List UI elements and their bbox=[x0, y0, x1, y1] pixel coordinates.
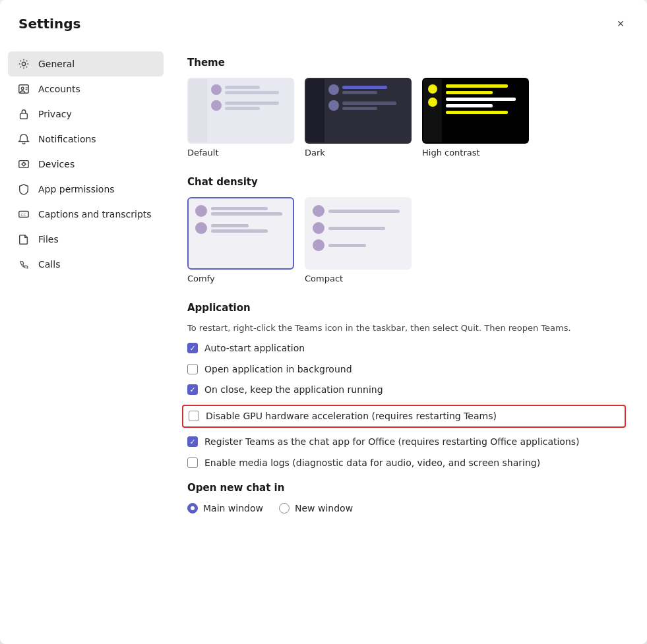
preview-dark-avatar bbox=[328, 84, 339, 95]
sidebar-item-devices[interactable]: Devices bbox=[8, 152, 164, 177]
density-line bbox=[211, 212, 282, 216]
radio-new-window[interactable]: New window bbox=[279, 503, 353, 513]
preview-line bbox=[225, 91, 279, 94]
checkbox-keep-running-input[interactable] bbox=[187, 384, 198, 395]
theme-label-default: Default bbox=[187, 148, 219, 158]
sidebar-item-calls[interactable]: Calls bbox=[8, 252, 164, 277]
theme-cards: Default bbox=[187, 78, 626, 158]
density-avatar bbox=[195, 205, 207, 217]
sidebar-item-notifications[interactable]: Notifications bbox=[8, 127, 164, 152]
sidebar-item-general[interactable]: General bbox=[8, 51, 164, 76]
sidebar-item-files-label: Files bbox=[38, 234, 59, 245]
density-line2 bbox=[211, 224, 249, 227]
checkbox-media-logs-label: Enable media logs (diagnostic data for a… bbox=[204, 457, 540, 470]
preview-hc-sidebar bbox=[423, 79, 442, 142]
captions-icon: CC bbox=[17, 208, 30, 221]
preview-dark-lines2 bbox=[342, 102, 406, 110]
theme-option-dark[interactable]: Dark bbox=[305, 78, 412, 158]
sidebar-item-accounts-label: Accounts bbox=[38, 84, 80, 94]
density-preview-compact bbox=[305, 197, 412, 270]
svg-point-2 bbox=[21, 87, 24, 90]
checkbox-keep-running: On close, keep the application running bbox=[187, 384, 626, 397]
dialog-header: Settings × bbox=[0, 0, 647, 41]
dialog-title: Settings bbox=[18, 16, 80, 32]
density-lines-c bbox=[328, 210, 404, 213]
theme-option-high-contrast[interactable]: High contrast bbox=[422, 78, 529, 158]
theme-preview-hc bbox=[422, 78, 529, 144]
density-avatar-c3 bbox=[313, 239, 324, 251]
devices-icon bbox=[17, 158, 30, 171]
density-lines2 bbox=[211, 224, 286, 233]
preview-dark-line2 bbox=[342, 102, 396, 105]
density-line-c3 bbox=[328, 244, 366, 247]
preview-dark-row2 bbox=[328, 100, 406, 111]
sidebar-item-privacy[interactable]: Privacy bbox=[8, 102, 164, 127]
lock-icon bbox=[17, 107, 30, 121]
radio-new-window-label: New window bbox=[295, 503, 353, 513]
checkbox-auto-start-input[interactable] bbox=[187, 343, 198, 353]
radio-main-window-label: Main window bbox=[203, 503, 263, 513]
radio-group-open-chat: Main window New window bbox=[187, 503, 626, 513]
checkbox-auto-start: Auto-start application bbox=[187, 342, 626, 355]
density-lines-c3 bbox=[328, 244, 404, 247]
checkbox-disable-gpu-input[interactable] bbox=[189, 411, 199, 421]
preview-line bbox=[225, 107, 260, 110]
checkbox-register-teams: Register Teams as the chat app for Offic… bbox=[187, 436, 626, 449]
checkbox-open-background: Open application in background bbox=[187, 363, 626, 376]
checkbox-register-teams-label: Register Teams as the chat app for Offic… bbox=[204, 436, 580, 449]
radio-main-window-input[interactable] bbox=[187, 503, 198, 513]
sidebar-item-files[interactable]: Files bbox=[8, 227, 164, 252]
density-lines-c2 bbox=[328, 227, 404, 230]
theme-option-default[interactable]: Default bbox=[187, 78, 294, 158]
chat-density-title: Chat density bbox=[187, 176, 626, 188]
density-line2 bbox=[211, 229, 268, 233]
sidebar-item-app-permissions[interactable]: App permissions bbox=[8, 177, 164, 202]
open-new-chat-title: Open new chat in bbox=[187, 482, 626, 494]
preview-dark-lines bbox=[342, 86, 406, 94]
checkbox-auto-start-label: Auto-start application bbox=[204, 342, 305, 355]
density-row bbox=[195, 205, 286, 217]
checkbox-open-background-label: Open application in background bbox=[204, 363, 352, 376]
preview-dark-line bbox=[342, 91, 377, 94]
density-option-compact[interactable]: Compact bbox=[305, 197, 412, 283]
checkbox-register-teams-input[interactable] bbox=[187, 436, 198, 447]
bell-icon bbox=[17, 132, 30, 146]
checkbox-open-background-input[interactable] bbox=[187, 364, 198, 374]
preview-msg-row bbox=[211, 100, 289, 111]
preview-avatar bbox=[211, 84, 222, 95]
density-label-comfy: Comfy bbox=[187, 274, 215, 283]
theme-label-dark: Dark bbox=[305, 148, 325, 158]
main-content: Theme bbox=[171, 46, 647, 644]
preview-hc-content bbox=[442, 79, 528, 142]
preview-hc-line bbox=[446, 111, 508, 114]
preview-dark-content bbox=[324, 79, 410, 142]
preview-hc-line bbox=[446, 104, 493, 107]
sidebar-item-app-permissions-label: App permissions bbox=[38, 184, 115, 194]
density-lines bbox=[211, 207, 286, 216]
density-avatar-c bbox=[313, 205, 324, 217]
density-line-c bbox=[328, 210, 400, 213]
files-icon bbox=[17, 233, 30, 246]
shield-icon bbox=[17, 183, 30, 196]
preview-dark-sidebar bbox=[306, 79, 324, 142]
sidebar-item-captions-label: Captions and transcripts bbox=[38, 209, 152, 220]
application-description: To restart, right-click the Teams icon i… bbox=[187, 323, 626, 333]
application-title: Application bbox=[187, 302, 626, 314]
density-option-comfy[interactable]: Comfy bbox=[187, 197, 294, 283]
chat-density-section: Chat density bbox=[187, 176, 626, 283]
close-button[interactable]: × bbox=[610, 13, 631, 34]
radio-new-window-input[interactable] bbox=[279, 503, 290, 513]
checkbox-media-logs-input[interactable] bbox=[187, 457, 198, 468]
calls-icon bbox=[17, 258, 30, 271]
sidebar: General Accounts bbox=[0, 46, 171, 644]
radio-main-window[interactable]: Main window bbox=[187, 503, 263, 513]
preview-content bbox=[207, 79, 293, 142]
sidebar-item-captions[interactable]: CC Captions and transcripts bbox=[8, 202, 164, 227]
sidebar-item-general-label: General bbox=[38, 59, 75, 69]
checkbox-disable-gpu-label: Disable GPU hardware acceleration (requi… bbox=[206, 410, 497, 423]
density-cards: Comfy bbox=[187, 197, 626, 283]
sidebar-item-accounts[interactable]: Accounts bbox=[8, 76, 164, 102]
svg-text:CC: CC bbox=[21, 213, 26, 217]
application-section: Application To restart, right-click the … bbox=[187, 302, 626, 470]
theme-section: Theme bbox=[187, 57, 626, 158]
